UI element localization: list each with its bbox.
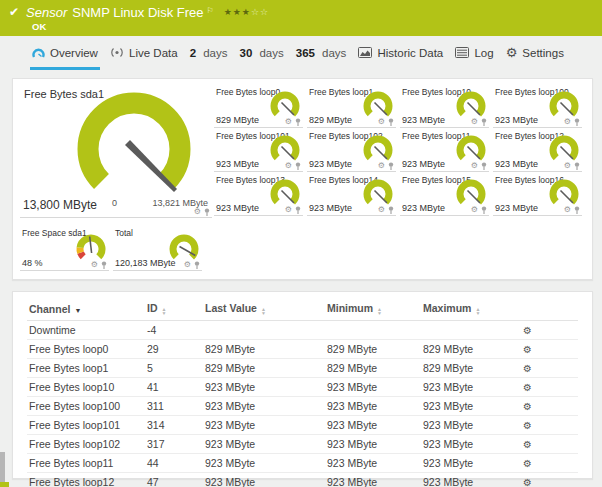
cell-id: 5 xyxy=(145,359,203,378)
gauge-pin-icon[interactable] xyxy=(574,162,580,170)
cell-minimum: 923 MByte xyxy=(325,435,421,454)
sort-desc-icon: ▼ xyxy=(74,307,81,314)
header-maximum-label: Maximum xyxy=(423,302,471,314)
tab-overview[interactable]: Overview xyxy=(30,36,100,70)
tab-live-data[interactable]: Live Data xyxy=(108,36,180,70)
table-row[interactable]: Free Bytes loop102 317 923 MByte 923 MBy… xyxy=(27,435,578,454)
gauge-gear-icon[interactable]: ⚙ xyxy=(194,208,201,216)
tab-365-days[interactable]: 365 days xyxy=(294,36,348,70)
channel-settings-gear-icon[interactable]: ⚙ xyxy=(523,420,532,431)
cell-id: -4 xyxy=(145,321,203,340)
priority-stars[interactable]: ★★★☆☆ xyxy=(224,5,269,20)
channel-settings-gear-icon[interactable]: ⚙ xyxy=(523,325,532,336)
cell-minimum: 923 MByte xyxy=(325,378,421,397)
cell-maximum: 923 MByte xyxy=(421,416,521,435)
table-row[interactable]: Free Bytes loop100 311 923 MByte 923 MBy… xyxy=(27,397,578,416)
sensor-title-row: ✔ Sensor SNMP Linux Disk Free ⚐ ★★★☆☆ xyxy=(9,5,592,20)
channel-settings-gear-icon[interactable]: ⚙ xyxy=(523,458,532,469)
cell-actions: ⚙ xyxy=(521,378,578,397)
gauge-pin-icon[interactable] xyxy=(295,206,301,214)
table-row[interactable]: Free Bytes loop11 44 923 MByte 923 MByte… xyxy=(27,454,578,473)
cell-last-value: 923 MByte xyxy=(203,397,325,416)
channel-settings-gear-icon[interactable]: ⚙ xyxy=(523,382,532,393)
channel-settings-gear-icon[interactable]: ⚙ xyxy=(523,477,532,487)
header-channel-label: Channel xyxy=(29,303,70,315)
sensor-title: SNMP Linux Disk Free xyxy=(72,5,203,20)
small-gauge-value: 923 MByte xyxy=(495,159,538,169)
header-last-value[interactable]: Last Value▲▼ xyxy=(203,295,325,321)
tab-log[interactable]: Log xyxy=(453,36,495,70)
header-minimum[interactable]: Minimum▲▼ xyxy=(325,295,421,321)
gauge-pin-icon[interactable] xyxy=(295,162,301,170)
priority-flag-icon[interactable]: ⚐ xyxy=(207,3,214,18)
tab-2-days[interactable]: 2 days xyxy=(188,36,230,70)
gauge-gear-icon[interactable]: ⚙ xyxy=(91,261,98,269)
sort-both-icon: ▲▼ xyxy=(377,307,382,315)
gauge-gear-icon[interactable]: ⚙ xyxy=(378,206,385,214)
cell-channel: Free Bytes loop11 xyxy=(27,454,145,473)
prtg-sensor-page: ✔ Sensor SNMP Linux Disk Free ⚐ ★★★☆☆ OK… xyxy=(0,0,602,487)
small-gauge-cell: Free Bytes loop14 923 MByte ⚙ xyxy=(307,174,396,216)
small-gauge-value: 923 MByte xyxy=(402,115,445,125)
cell-actions: ⚙ xyxy=(521,340,578,359)
gauge-gear-icon[interactable]: ⚙ xyxy=(471,206,478,214)
header-id[interactable]: ID▲▼ xyxy=(145,295,203,321)
tab-settings[interactable]: ⚙ Settings xyxy=(504,36,566,70)
tab-overview-label: Overview xyxy=(50,47,98,59)
main-gauge-dial xyxy=(76,91,192,207)
gauge-pin-icon[interactable] xyxy=(574,118,580,126)
gauge-gear-icon[interactable]: ⚙ xyxy=(285,118,292,126)
small-gauge-value: 923 MByte xyxy=(402,203,445,213)
gauge-pin-icon[interactable] xyxy=(388,162,394,170)
small-gauge-value: 829 MByte xyxy=(309,115,352,125)
gauge-gear-icon[interactable]: ⚙ xyxy=(285,162,292,170)
channel-settings-gear-icon[interactable]: ⚙ xyxy=(523,344,532,355)
sort-both-icon: ▲▼ xyxy=(475,307,480,315)
table-row[interactable]: Free Bytes loop12 47 923 MByte 923 MByte… xyxy=(27,473,578,487)
channel-settings-gear-icon[interactable]: ⚙ xyxy=(523,363,532,374)
table-row[interactable]: Free Bytes loop1 5 829 MByte 829 MByte 8… xyxy=(27,359,578,378)
gauge-gear-icon[interactable]: ⚙ xyxy=(285,206,292,214)
gauge-pin-icon[interactable] xyxy=(388,118,394,126)
tab-historic-data[interactable]: Historic Data xyxy=(356,36,445,70)
gauge-gear-icon[interactable]: ⚙ xyxy=(378,118,385,126)
channel-settings-gear-icon[interactable]: ⚙ xyxy=(523,401,532,412)
channel-settings-gear-icon[interactable]: ⚙ xyxy=(523,439,532,450)
tab-30-days[interactable]: 30 days xyxy=(238,36,286,70)
tab-bar: Overview Live Data 2 days 30 days 365 da… xyxy=(0,36,602,70)
gauge-pin-icon[interactable] xyxy=(574,206,580,214)
tab-365-days-label: days xyxy=(322,47,346,59)
sensor-header: ✔ Sensor SNMP Linux Disk Free ⚐ ★★★☆☆ OK xyxy=(0,0,602,36)
gauge-pin-icon[interactable] xyxy=(101,261,107,269)
table-row[interactable]: Downtime -4 ⚙ xyxy=(27,321,578,340)
gauge-gear-icon[interactable]: ⚙ xyxy=(471,118,478,126)
sort-both-icon: ▲▼ xyxy=(261,307,266,315)
table-row[interactable]: Free Bytes loop101 314 923 MByte 923 MBy… xyxy=(27,416,578,435)
table-row[interactable]: Free Bytes loop10 41 923 MByte 923 MByte… xyxy=(27,378,578,397)
header-actions xyxy=(521,295,578,321)
cell-id: 317 xyxy=(145,435,203,454)
cell-id: 41 xyxy=(145,378,203,397)
tab-log-label: Log xyxy=(474,47,493,59)
gauge-pin-icon[interactable] xyxy=(295,118,301,126)
gauge-gear-icon[interactable]: ⚙ xyxy=(378,162,385,170)
small-gauge-cell: Free Bytes loop10 923 MByte ⚙ xyxy=(400,86,489,128)
gauge-pin-icon[interactable] xyxy=(481,206,487,214)
header-channel[interactable]: Channel▼ xyxy=(27,295,145,321)
gauge-gear-icon[interactable]: ⚙ xyxy=(564,118,571,126)
free-space-gauge-cell: Free Space sda1 48 % ⚙ xyxy=(20,227,109,271)
gauge-pin-icon[interactable] xyxy=(194,261,200,269)
gauge-gear-icon[interactable]: ⚙ xyxy=(564,162,571,170)
gauge-gear-icon[interactable]: ⚙ xyxy=(184,261,191,269)
gauge-pin-icon[interactable] xyxy=(388,206,394,214)
live-data-broadcast-icon xyxy=(110,47,124,58)
gauge-gear-icon[interactable]: ⚙ xyxy=(564,206,571,214)
gauge-pin-icon[interactable] xyxy=(481,162,487,170)
gauge-pin-icon[interactable] xyxy=(481,118,487,126)
header-maximum[interactable]: Maximum▲▼ xyxy=(421,295,521,321)
table-row[interactable]: Free Bytes loop0 29 829 MByte 829 MByte … xyxy=(27,340,578,359)
cell-channel: Downtime xyxy=(27,321,145,340)
small-gauge-cell: Free Bytes loop100 923 MByte ⚙ xyxy=(493,86,582,128)
gauge-pin-icon[interactable] xyxy=(204,208,210,216)
gauge-gear-icon[interactable]: ⚙ xyxy=(471,162,478,170)
